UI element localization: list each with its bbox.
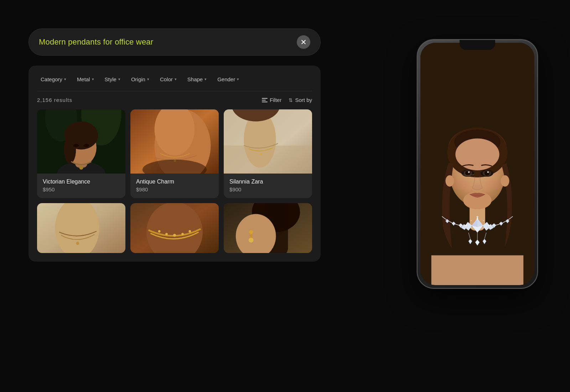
product-card[interactable]: Antique Charm $980 bbox=[130, 109, 219, 198]
clear-search-button[interactable] bbox=[297, 35, 310, 49]
filter-category[interactable]: Category ▾ bbox=[37, 74, 70, 84]
results-panel: Category ▾ Metal ▾ Style ▾ Origin ▾ Colo… bbox=[28, 66, 321, 262]
product-info: Antique Charm $980 bbox=[130, 174, 219, 198]
product-card[interactable] bbox=[37, 203, 125, 253]
product-price: $980 bbox=[136, 186, 213, 192]
svg-point-52 bbox=[468, 171, 470, 173]
chevron-down-icon: ▾ bbox=[175, 77, 177, 82]
product-image bbox=[224, 203, 312, 253]
product-image bbox=[130, 203, 219, 253]
filters-row: Category ▾ Metal ▾ Style ▾ Origin ▾ Colo… bbox=[37, 74, 312, 91]
filter-button[interactable]: Filter bbox=[262, 97, 281, 103]
search-bar: Modern pendants for office wear bbox=[28, 29, 321, 56]
chevron-down-icon: ▾ bbox=[147, 77, 149, 82]
svg-point-38 bbox=[249, 238, 254, 243]
product-name: Antique Charm bbox=[136, 179, 213, 185]
search-query: Modern pendants for office wear bbox=[39, 37, 153, 47]
product-image bbox=[37, 109, 125, 174]
product-name: Silannia Zara bbox=[229, 179, 306, 185]
svg-point-57 bbox=[472, 185, 483, 190]
svg-point-59 bbox=[485, 179, 503, 190]
product-info: Silannia Zara $900 bbox=[224, 174, 312, 198]
svg-point-58 bbox=[452, 179, 470, 190]
filter-style[interactable]: Style ▾ bbox=[101, 74, 124, 84]
product-price: $900 bbox=[229, 186, 306, 192]
svg-point-9 bbox=[84, 144, 89, 147]
svg-point-24 bbox=[76, 242, 79, 245]
svg-point-28 bbox=[165, 233, 168, 236]
product-card[interactable]: Victorian Elegance $950 bbox=[37, 109, 125, 198]
meta-row: 2,156 results Filter ⇅ Sort by bbox=[37, 91, 312, 109]
filter-shape[interactable]: Shape ▾ bbox=[184, 74, 210, 84]
sort-button[interactable]: ⇅ Sort by bbox=[289, 97, 312, 103]
product-image bbox=[130, 109, 219, 174]
product-card[interactable]: Silannia Zara $900 bbox=[224, 109, 312, 198]
meta-actions: Filter ⇅ Sort by bbox=[262, 97, 312, 103]
phone-outer-frame bbox=[417, 39, 538, 289]
product-grid: Victorian Elegance $950 bbox=[37, 109, 312, 253]
svg-point-30 bbox=[181, 233, 184, 236]
chevron-down-icon: ▾ bbox=[237, 77, 239, 82]
chevron-down-icon: ▾ bbox=[92, 77, 94, 82]
filter-lines-icon bbox=[262, 98, 268, 102]
product-price: $950 bbox=[43, 186, 120, 192]
product-card[interactable] bbox=[130, 203, 219, 253]
svg-point-23 bbox=[55, 203, 99, 253]
svg-point-55 bbox=[484, 171, 489, 176]
product-info: Victorian Elegance $950 bbox=[37, 174, 125, 198]
svg-point-36 bbox=[249, 230, 253, 234]
chevron-down-icon: ▾ bbox=[64, 77, 66, 82]
filter-origin[interactable]: Origin ▾ bbox=[128, 74, 153, 84]
phone-mockup bbox=[406, 18, 549, 310]
phone-screen bbox=[420, 43, 534, 285]
chevron-down-icon: ▾ bbox=[204, 77, 207, 82]
svg-point-56 bbox=[487, 171, 489, 173]
svg-point-7 bbox=[64, 135, 76, 164]
svg-point-10 bbox=[79, 166, 83, 170]
filter-color[interactable]: Color ▾ bbox=[156, 74, 180, 84]
svg-point-29 bbox=[173, 234, 176, 237]
filter-gender[interactable]: Gender ▾ bbox=[214, 74, 243, 84]
left-panel: Modern pendants for office wear Category… bbox=[28, 29, 321, 262]
chevron-down-icon: ▾ bbox=[118, 77, 120, 82]
svg-rect-41 bbox=[431, 255, 523, 285]
product-image bbox=[37, 203, 125, 253]
product-image bbox=[224, 109, 312, 174]
filter-metal[interactable]: Metal ▾ bbox=[73, 74, 98, 84]
sort-icon: ⇅ bbox=[289, 97, 293, 103]
svg-point-20 bbox=[260, 153, 262, 155]
product-name: Victorian Elegance bbox=[43, 179, 120, 185]
svg-point-31 bbox=[188, 230, 191, 233]
results-count: 2,156 results bbox=[37, 97, 72, 103]
product-card[interactable] bbox=[224, 203, 312, 253]
svg-point-61 bbox=[501, 175, 509, 187]
svg-point-48 bbox=[455, 138, 499, 170]
phone-notch bbox=[460, 40, 495, 50]
svg-point-8 bbox=[73, 144, 79, 147]
svg-point-60 bbox=[446, 175, 454, 187]
svg-point-51 bbox=[465, 171, 470, 176]
svg-point-27 bbox=[158, 230, 161, 233]
svg-point-26 bbox=[146, 203, 203, 253]
